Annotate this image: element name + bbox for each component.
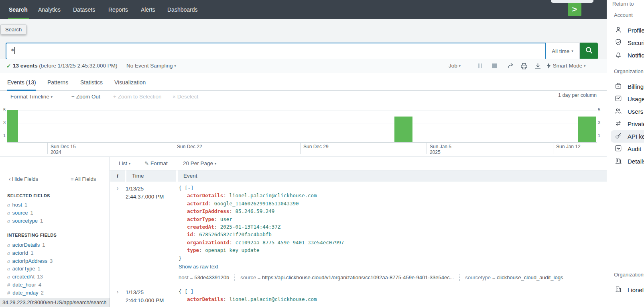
field-item-date_hour[interactable]: #date_hour4 (7, 282, 41, 288)
list-view-menu[interactable]: List ▾ (119, 160, 130, 166)
timeline-bar[interactable] (578, 117, 596, 142)
collapse-json-toggle[interactable]: [-] (185, 289, 194, 295)
json-field-value[interactable]: user (220, 216, 232, 222)
meta-value[interactable]: clickhouse_cloud_audit_logs (497, 274, 563, 280)
caret-down-icon: ▾ (571, 49, 573, 53)
share-job-button[interactable] (507, 63, 514, 69)
x-axis-label: Sun Jan 12 (556, 144, 581, 149)
nav-tab-reports[interactable]: Reports (108, 0, 128, 19)
json-field-value[interactable]: lionel.palacin@clickhouse.com (229, 192, 317, 199)
event-row: ›1/13/252:44:37.000 PM{ [-]actorDetails:… (110, 182, 607, 285)
sidebar-item-usage[interactable]: Usage (611, 93, 644, 105)
splunk-logo[interactable]: > (568, 3, 581, 16)
tab-events-13-[interactable]: Events (13) (7, 73, 36, 91)
json-field-line: type: openapi_key_update (179, 246, 607, 254)
collapse-json-toggle[interactable]: [-] (185, 185, 194, 191)
all-fields-button[interactable]: ≡ All Fields (71, 176, 96, 182)
tab-patterns[interactable]: Patterns (47, 73, 68, 91)
json-field-value[interactable]: cc1092aa-8775-459e-9401-33e54ec07997 (235, 239, 344, 246)
pause-job-button[interactable] (478, 63, 482, 70)
sidebar-item-security[interactable]: Security (611, 37, 644, 49)
json-field-key: id (187, 231, 193, 237)
field-item-host[interactable]: ahost1 (7, 202, 27, 208)
timeline-bar[interactable] (7, 110, 18, 142)
sidebar-item-lionel[interactable]: Lionel (611, 284, 644, 296)
per-page-menu[interactable]: 20 Per Page ▾ (183, 160, 216, 166)
field-item-actorType[interactable]: aactorType1 (7, 266, 41, 272)
caret-down-icon: ▾ (215, 162, 217, 166)
time-range-picker[interactable]: All time▾ (546, 43, 580, 59)
meta-value[interactable]: 53de4339120b (194, 274, 229, 280)
field-item-source[interactable]: asource1 (7, 210, 33, 216)
expand-event-chevron-icon[interactable]: › (110, 184, 126, 282)
column-header-info[interactable]: i (110, 170, 125, 182)
sidebar-item-audit[interactable]: Audit (611, 143, 644, 155)
show-raw-text-link[interactable]: Show as raw text (179, 263, 607, 270)
sidebar-item-billing[interactable]: Billing (611, 80, 644, 93)
nav-tab-analytics[interactable]: Analytics (38, 0, 61, 19)
zoom-to-selection-button[interactable]: + Zoom to Selection (113, 94, 161, 100)
field-count: 4 (39, 282, 41, 288)
event-sampling-menu[interactable]: No Event Sampling ▾ (126, 63, 176, 69)
deselect-button[interactable]: × Deselect (173, 94, 198, 100)
field-item-date_mday[interactable]: #date_mday2 (7, 290, 44, 296)
top-nav: > SearchAnalyticsDatasetsReportsAlertsDa… (0, 0, 607, 19)
x-icon: × (173, 94, 176, 100)
nav-tab-datasets[interactable]: Datasets (73, 0, 95, 19)
json-field-value[interactable]: 85.246.59.249 (235, 208, 274, 214)
stop-job-button[interactable] (492, 63, 497, 70)
job-menu[interactable]: Job ▾ (449, 63, 461, 69)
string-field-icon: a (7, 274, 10, 280)
nav-tab-alerts[interactable]: Alerts (141, 0, 155, 19)
timeline-bar[interactable] (394, 117, 412, 142)
smart-mode-menu[interactable]: Smart Mode ▾ (546, 63, 586, 69)
json-field-value[interactable]: 2025-01-13T14:44:37Z (220, 224, 281, 230)
return-to-link[interactable]: Return to (612, 1, 634, 7)
format-timeline-menu[interactable]: Format Timeline ▾ (10, 94, 53, 100)
expand-event-chevron-icon[interactable]: › (110, 288, 126, 305)
hide-fields-button[interactable]: ‹ Hide Fields (9, 176, 38, 182)
sidebar-item-notifications[interactable]: Notifications (611, 49, 644, 61)
sidebar-item-profile[interactable]: Profile (611, 24, 644, 37)
tab-statistics[interactable]: Statistics (80, 73, 103, 91)
bell-icon (614, 51, 622, 60)
format-results-button[interactable]: ✎Format (144, 160, 168, 166)
json-field-value[interactable]: lionel.palacin@clickhouse.com (229, 296, 317, 302)
json-field-key: actorType (187, 216, 214, 222)
json-field-value[interactable]: 678526d582c1f20fac4babfb (199, 231, 272, 237)
export-button[interactable] (534, 63, 541, 70)
string-field-icon: a (7, 258, 10, 264)
field-item-actorIpAddress[interactable]: aactorIpAddress3 (7, 258, 53, 264)
sidebar-item-private-endpoints[interactable]: Private Endpoints (611, 118, 644, 130)
print-icon (520, 63, 528, 70)
sidebar-item-users[interactable]: Users (611, 105, 644, 118)
search-input[interactable] (6, 43, 546, 59)
x-axis-tick (427, 142, 427, 154)
meta-value[interactable]: https://api.clickhouse.cloud/v1/organiza… (262, 274, 454, 280)
field-item-sourcetype[interactable]: asourcetype1 (7, 218, 43, 224)
json-field-value[interactable]: openapi_key_update (205, 247, 259, 253)
export-icon (534, 63, 541, 70)
print-button[interactable] (520, 63, 528, 70)
stop-icon (492, 63, 497, 68)
search-submit-button[interactable] (580, 43, 598, 59)
tab-visualization[interactable]: Visualization (114, 73, 146, 91)
pencil-icon: ✎ (144, 160, 149, 166)
field-item-actorId[interactable]: aactorId1 (7, 250, 33, 256)
json-open-line: { [-] (179, 288, 607, 295)
zoom-out-button[interactable]: − Zoom Out (71, 94, 100, 100)
column-header-time[interactable]: Time (126, 170, 176, 182)
events-timeline-chart[interactable]: 113355Sun Dec 152024Sun Dec 22Sun Dec 29… (0, 104, 607, 157)
field-count: 1 (24, 202, 27, 208)
nav-tab-dashboards[interactable]: Dashboards (167, 0, 198, 19)
json-field-value[interactable]: Google_114602629918513043390 (214, 201, 299, 207)
field-item-actorDetails[interactable]: aactorDetails1 (7, 242, 45, 248)
clickhouse-sidebar: Return to AccountProfileSecurityNotifica… (607, 0, 644, 307)
event-clock: 2:44:10.000 PM (126, 297, 179, 305)
sidebar-item-api-keys[interactable]: API keys (611, 130, 644, 143)
field-item-createdAt[interactable]: acreatedAt13 (7, 274, 43, 280)
divider (0, 156, 607, 157)
column-header-event[interactable]: Event (178, 170, 607, 182)
sidebar-item-details[interactable]: Details (611, 155, 644, 168)
nav-tab-search[interactable]: Search (9, 0, 28, 19)
